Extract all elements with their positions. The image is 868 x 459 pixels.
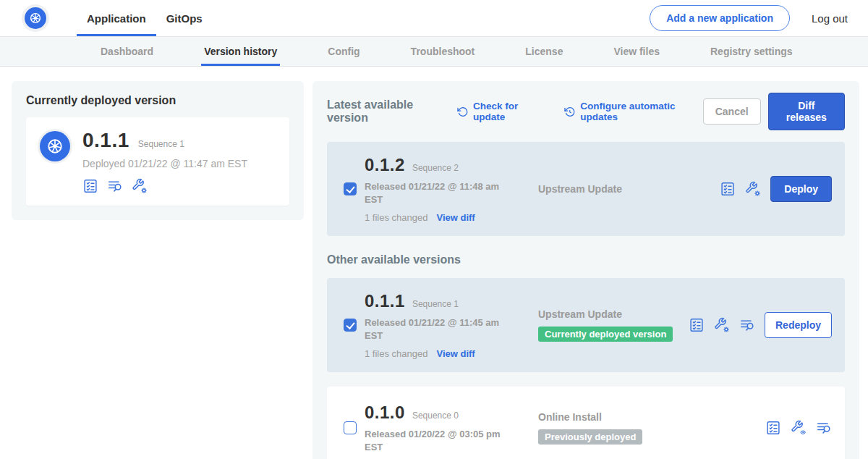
- edit-config-icon[interactable]: [714, 317, 730, 333]
- view-files-icon[interactable]: [816, 420, 832, 436]
- view-diff-link[interactable]: View diff: [436, 348, 475, 359]
- previously-deployed-badge: Previously deployed: [538, 429, 642, 445]
- edit-config-icon[interactable]: [745, 181, 761, 197]
- tab-gitops[interactable]: GitOps: [156, 0, 213, 36]
- released-timestamp: Released 01/20/22 @ 03:05 pm EST: [365, 428, 508, 453]
- preflight-checks-icon[interactable]: [82, 178, 98, 194]
- view-files-icon[interactable]: [107, 178, 123, 194]
- version-source: Upstream Update: [538, 183, 720, 195]
- version-number: 0.1.1: [365, 291, 405, 311]
- view-config-icon[interactable]: [791, 420, 807, 436]
- deployed-timestamp: Deployed 01/21/22 @ 11:47 am EST: [82, 158, 247, 169]
- app-subnav: Dashboard Version history Config Trouble…: [0, 36, 868, 67]
- released-timestamp: Released 01/21/22 @ 11:48 am EST: [365, 180, 508, 206]
- diff-releases-button[interactable]: Diff releases: [768, 93, 845, 130]
- version-sequence: Sequence 1: [412, 299, 459, 309]
- top-tabs: Application GitOps: [77, 0, 213, 36]
- panel-header: Latest available version Check for updat…: [327, 93, 845, 130]
- top-navbar: Application GitOps Add a new application…: [0, 0, 868, 36]
- view-files-icon[interactable]: [739, 317, 755, 333]
- preflight-checks-icon[interactable]: [720, 181, 736, 197]
- version-row-0-1-1: 0.1.1 Sequence 1 Released 01/21/22 @ 11:…: [327, 278, 845, 372]
- version-source: Upstream Update: [538, 308, 689, 320]
- version-checkbox[interactable]: [344, 182, 357, 195]
- redeploy-button[interactable]: Redeploy: [765, 312, 832, 338]
- version-number: 0.1.0: [365, 403, 405, 423]
- cancel-button[interactable]: Cancel: [703, 98, 761, 125]
- subnav-registry-settings[interactable]: Registry settings: [707, 37, 796, 66]
- files-changed-label: 1 files changed: [365, 348, 427, 359]
- currently-deployed-title: Currently deployed version: [26, 94, 289, 107]
- version-history-panel: Latest available version Check for updat…: [312, 81, 859, 459]
- subnav-dashboard[interactable]: Dashboard: [98, 37, 156, 66]
- check-for-update-link[interactable]: Check for update: [457, 101, 545, 122]
- files-changed-label: 1 files changed: [365, 212, 427, 223]
- logout-link[interactable]: Log out: [812, 12, 848, 25]
- version-sequence: Sequence 0: [412, 410, 459, 421]
- currently-deployed-badge: Currently deployed version: [538, 327, 673, 342]
- subnav-version-history[interactable]: Version history: [201, 37, 280, 66]
- version-row-0-1-0: 0.1.0 Sequence 0 Released 01/20/22 @ 03:…: [327, 387, 845, 459]
- version-checkbox[interactable]: [344, 319, 357, 332]
- preflight-checks-icon[interactable]: [689, 317, 705, 333]
- subnav-config[interactable]: Config: [325, 37, 362, 66]
- other-versions-title: Other available versions: [327, 253, 845, 266]
- subnav-view-files[interactable]: View files: [610, 37, 663, 66]
- tab-application[interactable]: Application: [77, 0, 156, 36]
- latest-available-title: Latest available version: [327, 98, 447, 125]
- version-row-0-1-2: 0.1.2 Sequence 2 Released 01/21/22 @ 11:…: [327, 142, 845, 236]
- currently-deployed-card: Currently deployed version 0.1.1 Sequenc…: [12, 81, 304, 220]
- edit-config-icon[interactable]: [132, 178, 148, 194]
- auto-update-clock-icon: [564, 106, 575, 118]
- view-diff-link[interactable]: View diff: [436, 212, 475, 223]
- subnav-license[interactable]: License: [522, 37, 566, 66]
- kubernetes-wheel-icon: [27, 10, 43, 26]
- app-window: Application GitOps Add a new application…: [0, 0, 868, 459]
- configure-automatic-updates-link[interactable]: Configure automatic updates: [564, 101, 703, 122]
- add-new-application-button[interactable]: Add a new application: [650, 5, 790, 31]
- main-content: Currently deployed version 0.1.1 Sequenc…: [0, 67, 868, 459]
- refresh-icon: [457, 106, 468, 118]
- subnav-troubleshoot[interactable]: Troubleshoot: [408, 37, 478, 66]
- app-logo: [38, 129, 72, 164]
- kubernetes-wheel-icon: [44, 135, 66, 157]
- kubernetes-logo: [22, 4, 49, 32]
- deployed-sequence: Sequence 1: [138, 139, 184, 149]
- preflight-checks-icon[interactable]: [765, 420, 781, 436]
- version-number: 0.1.2: [365, 155, 405, 175]
- released-timestamp: Released 01/21/22 @ 11:45 am EST: [365, 316, 508, 342]
- version-checkbox[interactable]: [344, 421, 357, 434]
- version-sequence: Sequence 2: [412, 163, 459, 173]
- version-source: Online Install: [538, 411, 765, 423]
- deployed-version-box: 0.1.1 Sequence 1 Deployed 01/21/22 @ 11:…: [26, 117, 289, 206]
- deployed-version-number: 0.1.1: [82, 129, 129, 152]
- deploy-button[interactable]: Deploy: [770, 176, 832, 202]
